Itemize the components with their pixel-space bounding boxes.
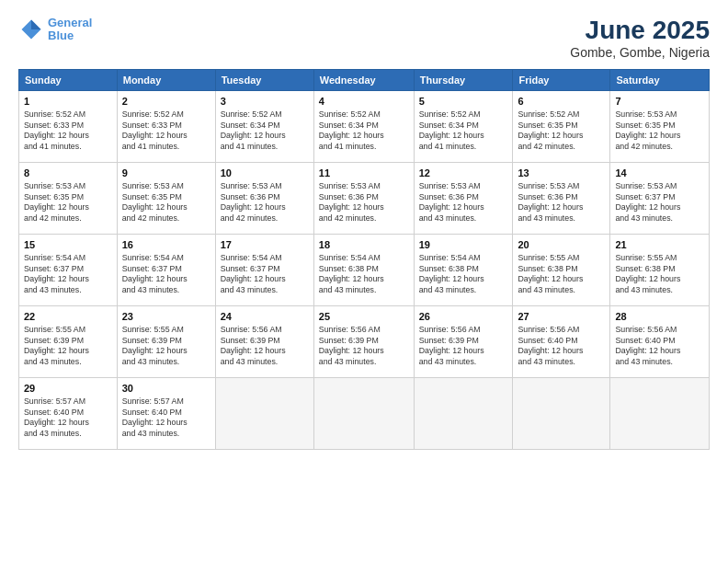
day-info: Sunrise: 5:56 AMSunset: 6:39 PMDaylight:… <box>319 325 409 369</box>
calendar-week-row: 1Sunrise: 5:52 AMSunset: 6:33 PMDaylight… <box>19 90 710 162</box>
day-number: 20 <box>518 238 605 252</box>
calendar-day-cell: 5Sunrise: 5:52 AMSunset: 6:34 PMDaylight… <box>414 90 513 162</box>
calendar-day-cell: 1Sunrise: 5:52 AMSunset: 6:33 PMDaylight… <box>19 90 118 162</box>
calendar-day-cell: 18Sunrise: 5:54 AMSunset: 6:38 PMDayligh… <box>313 234 414 305</box>
logo-text: General Blue <box>48 17 92 43</box>
day-info: Sunrise: 5:53 AMSunset: 6:35 PMDaylight:… <box>24 181 112 225</box>
day-number: 7 <box>615 95 704 109</box>
day-number: 29 <box>24 382 112 396</box>
calendar-day-cell: 6Sunrise: 5:52 AMSunset: 6:35 PMDaylight… <box>513 90 610 162</box>
calendar-day-cell: 12Sunrise: 5:53 AMSunset: 6:36 PMDayligh… <box>414 162 513 234</box>
header: General Blue June 2025 Gombe, Gombe, Nig… <box>18 17 710 60</box>
day-info: Sunrise: 5:52 AMSunset: 6:33 PMDaylight:… <box>122 109 210 154</box>
day-info: Sunrise: 5:56 AMSunset: 6:39 PMDaylight:… <box>419 325 508 369</box>
day-info: Sunrise: 5:56 AMSunset: 6:40 PMDaylight:… <box>518 325 605 369</box>
day-info: Sunrise: 5:53 AMSunset: 6:37 PMDaylight:… <box>615 181 704 225</box>
day-number: 15 <box>24 238 112 252</box>
day-info: Sunrise: 5:55 AMSunset: 6:39 PMDaylight:… <box>122 325 210 369</box>
day-info: Sunrise: 5:54 AMSunset: 6:37 PMDaylight:… <box>122 253 210 297</box>
calendar-day-cell: 28Sunrise: 5:56 AMSunset: 6:40 PMDayligh… <box>610 305 710 377</box>
calendar-header-row: SundayMondayTuesdayWednesdayThursdayFrid… <box>19 69 710 90</box>
day-info: Sunrise: 5:55 AMSunset: 6:38 PMDaylight:… <box>615 253 704 297</box>
day-number: 30 <box>122 382 210 396</box>
day-number: 1 <box>24 95 112 109</box>
day-number: 18 <box>319 238 409 252</box>
day-info: Sunrise: 5:53 AMSunset: 6:36 PMDaylight:… <box>319 181 409 225</box>
day-info: Sunrise: 5:53 AMSunset: 6:35 PMDaylight:… <box>615 109 704 154</box>
calendar-day-cell <box>215 377 313 449</box>
day-info: Sunrise: 5:53 AMSunset: 6:36 PMDaylight:… <box>221 181 309 225</box>
day-info: Sunrise: 5:56 AMSunset: 6:40 PMDaylight:… <box>615 325 704 369</box>
logo-general: General <box>48 16 92 29</box>
day-info: Sunrise: 5:52 AMSunset: 6:34 PMDaylight:… <box>319 109 409 154</box>
day-info: Sunrise: 5:54 AMSunset: 6:37 PMDaylight:… <box>221 253 309 297</box>
day-number: 3 <box>221 95 309 109</box>
day-info: Sunrise: 5:56 AMSunset: 6:39 PMDaylight:… <box>221 325 309 369</box>
header-friday: Friday <box>513 69 610 90</box>
day-info: Sunrise: 5:52 AMSunset: 6:34 PMDaylight:… <box>221 109 309 154</box>
day-number: 23 <box>122 310 210 324</box>
day-number: 9 <box>122 167 210 180</box>
day-number: 2 <box>122 95 210 109</box>
day-number: 28 <box>615 310 704 324</box>
day-number: 21 <box>615 238 704 252</box>
calendar-week-row: 8Sunrise: 5:53 AMSunset: 6:35 PMDaylight… <box>19 162 710 234</box>
day-number: 4 <box>319 95 409 109</box>
calendar-day-cell: 8Sunrise: 5:53 AMSunset: 6:35 PMDaylight… <box>19 162 118 234</box>
title-block: June 2025 Gombe, Gombe, Nigeria <box>570 17 710 60</box>
header-sunday: Sunday <box>19 69 118 90</box>
logo: General Blue <box>18 17 92 43</box>
day-number: 5 <box>419 95 508 109</box>
day-number: 14 <box>615 167 704 180</box>
day-info: Sunrise: 5:54 AMSunset: 6:37 PMDaylight:… <box>24 253 112 297</box>
calendar-day-cell: 9Sunrise: 5:53 AMSunset: 6:35 PMDaylight… <box>117 162 215 234</box>
day-info: Sunrise: 5:57 AMSunset: 6:40 PMDaylight:… <box>24 396 112 441</box>
calendar-week-row: 15Sunrise: 5:54 AMSunset: 6:37 PMDayligh… <box>19 234 710 305</box>
day-info: Sunrise: 5:52 AMSunset: 6:35 PMDaylight:… <box>518 109 605 154</box>
calendar-day-cell: 20Sunrise: 5:55 AMSunset: 6:38 PMDayligh… <box>513 234 610 305</box>
header-wednesday: Wednesday <box>313 69 414 90</box>
svg-marker-1 <box>31 20 41 30</box>
day-number: 12 <box>419 167 508 180</box>
day-info: Sunrise: 5:57 AMSunset: 6:40 PMDaylight:… <box>122 396 210 441</box>
calendar-day-cell: 23Sunrise: 5:55 AMSunset: 6:39 PMDayligh… <box>117 305 215 377</box>
calendar-day-cell <box>313 377 414 449</box>
day-number: 17 <box>221 238 309 252</box>
calendar-day-cell: 19Sunrise: 5:54 AMSunset: 6:38 PMDayligh… <box>414 234 513 305</box>
day-info: Sunrise: 5:52 AMSunset: 6:33 PMDaylight:… <box>24 109 112 154</box>
calendar-day-cell: 30Sunrise: 5:57 AMSunset: 6:40 PMDayligh… <box>117 377 215 449</box>
calendar-day-cell: 7Sunrise: 5:53 AMSunset: 6:35 PMDaylight… <box>610 90 710 162</box>
day-number: 19 <box>419 238 508 252</box>
day-info: Sunrise: 5:53 AMSunset: 6:35 PMDaylight:… <box>122 181 210 225</box>
header-thursday: Thursday <box>414 69 513 90</box>
logo-blue: Blue <box>48 29 74 42</box>
day-info: Sunrise: 5:55 AMSunset: 6:39 PMDaylight:… <box>24 325 112 369</box>
calendar-table: SundayMondayTuesdayWednesdayThursdayFrid… <box>18 69 710 450</box>
calendar-subtitle: Gombe, Gombe, Nigeria <box>570 45 710 60</box>
calendar-day-cell: 29Sunrise: 5:57 AMSunset: 6:40 PMDayligh… <box>19 377 118 449</box>
header-monday: Monday <box>117 69 215 90</box>
day-number: 22 <box>24 310 112 324</box>
day-info: Sunrise: 5:54 AMSunset: 6:38 PMDaylight:… <box>319 253 409 297</box>
day-number: 8 <box>24 167 112 180</box>
calendar-day-cell: 16Sunrise: 5:54 AMSunset: 6:37 PMDayligh… <box>117 234 215 305</box>
day-info: Sunrise: 5:52 AMSunset: 6:34 PMDaylight:… <box>419 109 508 154</box>
calendar-day-cell: 13Sunrise: 5:53 AMSunset: 6:36 PMDayligh… <box>513 162 610 234</box>
day-number: 26 <box>419 310 508 324</box>
day-number: 16 <box>122 238 210 252</box>
calendar-day-cell: 22Sunrise: 5:55 AMSunset: 6:39 PMDayligh… <box>19 305 118 377</box>
day-info: Sunrise: 5:53 AMSunset: 6:36 PMDaylight:… <box>419 181 508 225</box>
calendar-day-cell <box>513 377 610 449</box>
calendar-day-cell: 4Sunrise: 5:52 AMSunset: 6:34 PMDaylight… <box>313 90 414 162</box>
day-number: 27 <box>518 310 605 324</box>
calendar-day-cell <box>610 377 710 449</box>
calendar-day-cell: 15Sunrise: 5:54 AMSunset: 6:37 PMDayligh… <box>19 234 118 305</box>
calendar-title: June 2025 <box>570 17 710 45</box>
calendar-day-cell: 17Sunrise: 5:54 AMSunset: 6:37 PMDayligh… <box>215 234 313 305</box>
day-number: 13 <box>518 167 605 180</box>
calendar-day-cell <box>414 377 513 449</box>
day-number: 10 <box>221 167 309 180</box>
calendar-day-cell: 26Sunrise: 5:56 AMSunset: 6:39 PMDayligh… <box>414 305 513 377</box>
calendar-day-cell: 27Sunrise: 5:56 AMSunset: 6:40 PMDayligh… <box>513 305 610 377</box>
day-info: Sunrise: 5:55 AMSunset: 6:38 PMDaylight:… <box>518 253 605 297</box>
